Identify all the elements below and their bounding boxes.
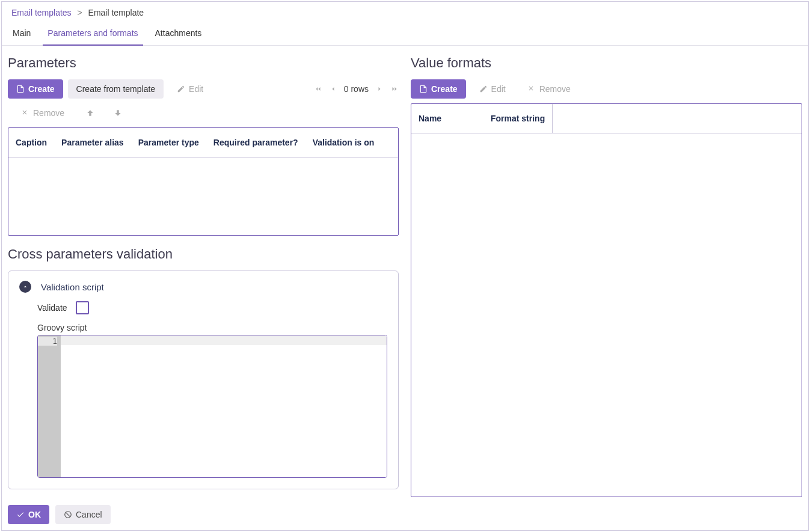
create-button[interactable]: Create — [8, 79, 63, 99]
table-corner — [552, 104, 564, 133]
parameters-title: Parameters — [8, 55, 399, 71]
pager-last-icon[interactable] — [390, 85, 399, 93]
ok-label: OK — [28, 510, 41, 519]
tab-main[interactable]: Main — [8, 22, 35, 45]
pager-next-icon[interactable] — [376, 85, 383, 93]
file-icon — [419, 85, 428, 93]
content: Parameters Create Create from template E… — [2, 46, 808, 497]
value-formats-column: Value formats Create Edit — [411, 55, 802, 497]
check-icon — [16, 510, 25, 519]
editor-line — [61, 335, 387, 345]
formats-table-header: Name Format string — [411, 104, 802, 133]
arrow-down-icon — [114, 109, 122, 117]
formats-edit-button: Edit — [471, 79, 514, 99]
breadcrumb-separator: > — [77, 8, 82, 17]
col-required[interactable]: Required parameter? — [206, 128, 305, 157]
svg-line-1 — [66, 512, 70, 517]
groovy-script-label: Groovy script — [37, 323, 387, 332]
parameters-toolbar: Create Create from template Edit — [8, 79, 399, 99]
col-type[interactable]: Parameter type — [131, 128, 206, 157]
formats-table[interactable]: Name Format string — [411, 103, 802, 497]
validate-label: Validate — [37, 303, 67, 313]
cancel-label: Cancel — [76, 510, 102, 519]
breadcrumb-root[interactable]: Email templates — [11, 8, 72, 17]
x-icon — [21, 109, 29, 117]
editor-gutter: 1 — [38, 335, 61, 477]
formats-remove-button: Remove — [519, 79, 579, 99]
parameters-table-header: Caption Parameter alias Parameter type R… — [8, 128, 398, 157]
formats-remove-label: Remove — [539, 84, 571, 94]
tab-parameters-and-formats[interactable]: Parameters and formats — [43, 22, 143, 45]
pencil-icon — [177, 85, 185, 93]
create-from-template-button[interactable]: Create from template — [68, 79, 164, 99]
formats-toolbar: Create Edit Remove — [411, 79, 802, 99]
validation-script-label: Validation script — [41, 282, 104, 292]
x-icon — [527, 85, 536, 93]
move-up-button — [80, 104, 100, 122]
parameters-table[interactable]: Caption Parameter alias Parameter type R… — [8, 127, 399, 236]
file-icon — [16, 85, 25, 93]
breadcrumb: Email templates > Email template — [2, 2, 808, 22]
groovy-script-editor[interactable]: 1 — [37, 335, 387, 478]
footer: OK Cancel — [8, 505, 111, 524]
formats-create-button[interactable]: Create — [411, 79, 466, 99]
pager-rows: 0 rows — [344, 84, 369, 94]
breadcrumb-current: Email template — [88, 8, 144, 17]
formats-create-label: Create — [431, 84, 458, 94]
cross-validation-section: Cross parameters validation Validation s… — [8, 246, 399, 489]
arrow-up-icon — [86, 109, 94, 117]
pager-prev-icon[interactable] — [330, 85, 337, 93]
value-formats-title: Value formats — [411, 55, 802, 71]
col-alias[interactable]: Parameter alias — [54, 128, 131, 157]
chevron-up-icon — [19, 281, 31, 293]
edit-label: Edit — [189, 84, 203, 94]
validation-panel: Validation script Validate Groovy script… — [8, 271, 399, 489]
pencil-icon — [479, 85, 488, 93]
editor-area[interactable] — [61, 335, 387, 477]
remove-label: Remove — [33, 108, 64, 118]
pager: 0 rows — [314, 84, 399, 94]
remove-button: Remove — [13, 103, 73, 123]
col-format[interactable]: Format string — [483, 104, 552, 133]
validate-checkbox[interactable] — [76, 301, 89, 314]
edit-button: Edit — [168, 79, 212, 99]
ok-button[interactable]: OK — [8, 505, 49, 524]
parameters-column: Parameters Create Create from template E… — [8, 55, 399, 497]
app-frame: Email templates > Email template Main Pa… — [1, 1, 809, 531]
cross-validation-title: Cross parameters validation — [8, 246, 399, 262]
parameters-secondary-toolbar: Remove — [8, 103, 399, 123]
validate-row: Validate — [37, 301, 387, 314]
col-caption[interactable]: Caption — [8, 128, 54, 157]
validation-panel-header[interactable]: Validation script — [19, 281, 387, 293]
line-number: 1 — [38, 337, 57, 346]
create-label: Create — [28, 84, 55, 94]
col-validation[interactable]: Validation is on — [305, 128, 382, 157]
tab-attachments[interactable]: Attachments — [150, 22, 207, 45]
formats-edit-label: Edit — [491, 84, 506, 94]
pager-first-icon[interactable] — [314, 85, 322, 93]
ban-icon — [64, 510, 72, 519]
move-down-button — [108, 104, 128, 122]
cancel-button[interactable]: Cancel — [55, 505, 111, 524]
col-name[interactable]: Name — [411, 104, 483, 133]
tabs: Main Parameters and formats Attachments — [2, 22, 808, 46]
